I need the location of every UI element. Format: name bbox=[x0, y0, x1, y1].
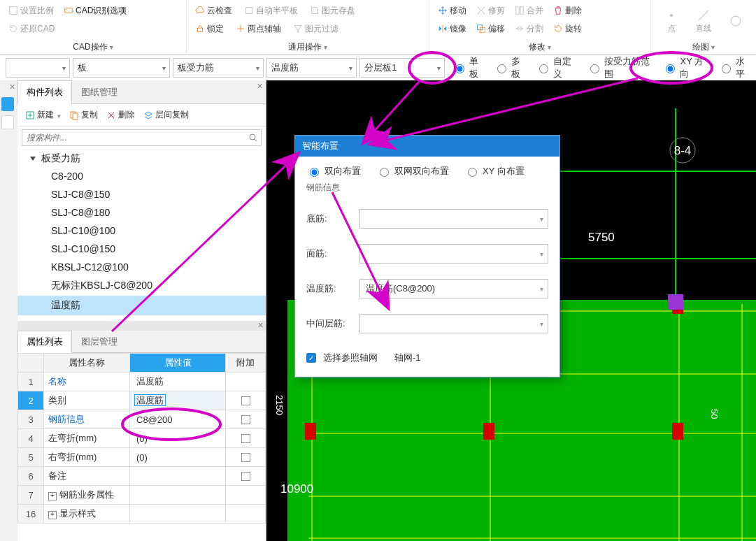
radio-xy[interactable]: XY 方向 bbox=[662, 55, 709, 80]
sel-3[interactable]: 板受力筋 bbox=[173, 58, 264, 78]
mid-label: 中间层筋: bbox=[306, 317, 359, 330]
restore-cad-button[interactable]: 还原CAD bbox=[6, 22, 57, 36]
table-row[interactable]: 5右弯折(mm)(0) bbox=[18, 448, 266, 467]
ref-dropdown[interactable]: 轴网-1 bbox=[394, 352, 548, 364]
svg-rect-28 bbox=[672, 423, 683, 440]
splitter[interactable]: ✕ bbox=[17, 321, 266, 331]
lock-button[interactable]: 锁定 bbox=[192, 22, 229, 36]
tree-item[interactable]: SLJ-C10@100 bbox=[17, 222, 266, 240]
tab-component-list[interactable]: 构件列表 bbox=[17, 80, 72, 104]
radio-dualnet[interactable]: 双网双向布置 bbox=[376, 165, 449, 178]
mirror-icon bbox=[438, 24, 448, 34]
search-input[interactable] bbox=[22, 133, 245, 143]
dock-close-icon[interactable]: ✕ bbox=[9, 82, 15, 92]
new-button[interactable]: 新建 bbox=[22, 107, 64, 123]
tree-item[interactable]: C8-200 bbox=[17, 167, 266, 185]
sel-5[interactable]: 分层板1 bbox=[359, 58, 445, 78]
circle-button[interactable] bbox=[721, 1, 750, 41]
two-point-button[interactable]: 两点辅轴 bbox=[233, 22, 286, 36]
prop-close-icon[interactable]: ✕ bbox=[257, 321, 264, 330]
move-button[interactable]: 移动 bbox=[435, 3, 469, 18]
cad-icon bbox=[64, 6, 73, 15]
chevron-down-icon bbox=[30, 157, 36, 161]
dim-5750: 5750 bbox=[588, 231, 615, 244]
panel-close-icon[interactable]: ✕ bbox=[257, 82, 263, 91]
tree-item[interactable]: 无标注KBSLJ-C8@200 bbox=[17, 276, 266, 296]
prop-h-add: 附加 bbox=[226, 354, 266, 373]
mirror-button[interactable]: 镜像 bbox=[435, 22, 469, 36]
ref-checkbox[interactable]: ✓ bbox=[306, 353, 316, 363]
bottom-dropdown[interactable] bbox=[359, 209, 548, 229]
tree-item[interactable]: SLJ-C8@180 bbox=[17, 203, 266, 222]
dialog-title[interactable]: 智能布置 bbox=[295, 136, 559, 157]
cloud-check-button[interactable]: 云检查 bbox=[192, 3, 237, 18]
table-row[interactable]: 6备注 bbox=[18, 467, 266, 486]
radio-multi[interactable]: 多板 bbox=[494, 55, 527, 80]
tab-layers[interactable]: 图层管理 bbox=[72, 331, 127, 352]
mid-dropdown[interactable] bbox=[359, 314, 548, 333]
option-bar: 板 板受力筋 温度筋 分层板1 单板 多板 自定义 按受力筋范围 XY 方向 水… bbox=[0, 55, 756, 82]
tree-item[interactable]: KBSLJ-C12@100 bbox=[17, 258, 266, 276]
tree-item[interactable]: 温度筋 bbox=[17, 296, 266, 315]
tree-root[interactable]: 板受力筋 bbox=[17, 150, 266, 167]
sel-1[interactable] bbox=[6, 58, 70, 78]
table-row[interactable]: 2类别温度筋 bbox=[18, 391, 266, 410]
dock-tab-2[interactable] bbox=[1, 115, 14, 129]
radio-byrange[interactable]: 按受力筋范围 bbox=[587, 55, 655, 80]
restore-icon bbox=[8, 24, 18, 34]
axis-label: 8-4 bbox=[674, 144, 692, 157]
line-icon bbox=[697, 8, 711, 22]
ribbon-group-draw-title: 绘图 bbox=[651, 41, 756, 53]
tab-properties[interactable]: 属性列表 bbox=[17, 331, 72, 353]
tree-item[interactable]: SLJ-C10@150 bbox=[17, 240, 266, 258]
copy-button[interactable]: 复制 bbox=[66, 107, 101, 123]
cad-options-button[interactable]: CAD识别选项 bbox=[61, 3, 129, 18]
property-grid: 属性名称 属性值 附加 1名称温度筋2类别温度筋3钢筋信息C8@2004左弯折(… bbox=[17, 353, 266, 524]
filter-button[interactable]: 图元过滤 bbox=[290, 22, 341, 36]
table-row[interactable]: 7+钢筋业务属性 bbox=[18, 486, 266, 505]
set-scale-button[interactable]: 设置比例 bbox=[6, 3, 57, 18]
ribbon: 设置比例 CAD识别选项 还原CAD CAD操作 云检查 自动半平板 图元存盘 … bbox=[0, 0, 756, 55]
tree-item[interactable]: SLJ-C8@150 bbox=[17, 185, 266, 203]
radio-xydir[interactable]: XY 向布置 bbox=[464, 165, 525, 178]
merge-button[interactable]: 合并 bbox=[512, 3, 546, 18]
auto-half-button[interactable]: 自动半平板 bbox=[241, 3, 303, 18]
svg-rect-32 bbox=[668, 294, 683, 310]
layers-icon bbox=[143, 110, 153, 120]
tab-drawing-mgmt[interactable]: 图纸管理 bbox=[72, 80, 127, 103]
line-button[interactable]: 直线 bbox=[689, 1, 718, 41]
move-icon bbox=[438, 6, 448, 15]
interlayer-copy-button[interactable]: 层间复制 bbox=[140, 107, 192, 123]
sel-2[interactable]: 板 bbox=[73, 58, 170, 78]
top-dropdown[interactable] bbox=[359, 244, 548, 264]
radio-horiz[interactable]: 水平 bbox=[718, 55, 752, 80]
delete-button[interactable]: 删除 bbox=[550, 3, 585, 18]
prop-h-val: 属性值 bbox=[130, 354, 226, 373]
temp-dropdown[interactable]: 温度筋(C8@200) bbox=[359, 279, 548, 298]
sel-4[interactable]: 温度筋 bbox=[266, 58, 357, 78]
point-button[interactable]: 点 bbox=[657, 1, 686, 41]
table-row[interactable]: 4左弯折(mm)(0) bbox=[18, 429, 266, 448]
split-button[interactable]: 分割 bbox=[512, 22, 546, 36]
rotate-button[interactable]: 旋转 bbox=[550, 22, 585, 36]
component-toolbar: 新建 复制 删除 层间复制 bbox=[17, 104, 266, 127]
table-row[interactable]: 1名称温度筋 bbox=[18, 373, 266, 391]
table-row[interactable]: 16+显示样式 bbox=[18, 505, 266, 524]
radio-bidir[interactable]: 双向布置 bbox=[306, 165, 361, 178]
radio-custom[interactable]: 自定义 bbox=[536, 55, 578, 80]
split-icon bbox=[515, 24, 525, 34]
table-row[interactable]: 3钢筋信息C8@200 bbox=[18, 410, 266, 429]
left-dock: ✕ bbox=[0, 80, 17, 541]
temp-label: 温度筋: bbox=[306, 282, 359, 295]
save-disk-button[interactable]: 图元存盘 bbox=[307, 3, 360, 18]
delete-comp-button[interactable]: 删除 bbox=[103, 107, 138, 123]
search-icon[interactable] bbox=[245, 133, 261, 143]
radio-single[interactable]: 单板 bbox=[452, 55, 485, 80]
offset-button[interactable]: 偏移 bbox=[473, 22, 508, 36]
dock-tab-1[interactable] bbox=[1, 97, 14, 111]
svg-rect-26 bbox=[305, 423, 316, 440]
trim-button[interactable]: 修剪 bbox=[473, 3, 508, 18]
svg-rect-1 bbox=[246, 8, 252, 14]
half-icon bbox=[244, 6, 254, 15]
svg-text:50: 50 bbox=[709, 409, 720, 419]
